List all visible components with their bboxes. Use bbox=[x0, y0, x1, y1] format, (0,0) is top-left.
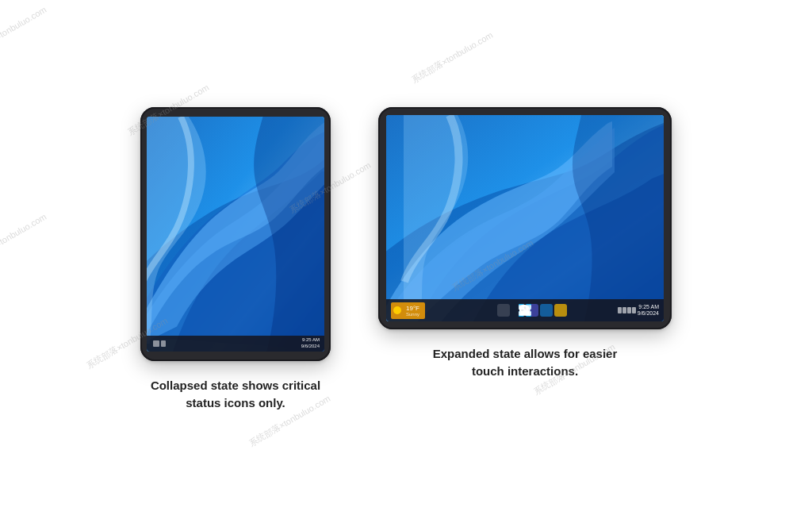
taskbar-center bbox=[483, 304, 567, 317]
main-container: 9:25 AM9/6/2024 Collapsed state shows cr… bbox=[109, 83, 703, 436]
collapsed-time: 9:25 AM9/6/2024 bbox=[301, 337, 320, 350]
taskbar-time: 9:25 AM9/6/2024 bbox=[638, 304, 659, 317]
wallpaper-expanded: 19°F Sunny bbox=[386, 115, 664, 321]
expanded-description: Expanded state allows for easier touch i… bbox=[422, 345, 628, 380]
collapsed-description: Collapsed state shows critical status ic… bbox=[148, 377, 323, 412]
tray-icon-3 bbox=[627, 307, 631, 313]
wallpaper-collapsed: 9:25 AM9/6/2024 bbox=[147, 117, 324, 352]
landscape-tablet-frame: 19°F Sunny bbox=[378, 107, 672, 329]
weather-temp: 19°F bbox=[406, 305, 419, 312]
wifi-icon bbox=[153, 340, 159, 347]
tray-icon-1 bbox=[618, 307, 622, 313]
weather-info: 19°F Sunny bbox=[403, 303, 423, 318]
left-device-section: 9:25 AM9/6/2024 Collapsed state shows cr… bbox=[140, 107, 331, 412]
weather-desc: Sunny bbox=[406, 312, 419, 317]
battery-icon bbox=[161, 340, 166, 347]
portrait-tablet-screen: 9:25 AM9/6/2024 bbox=[147, 117, 324, 352]
tray-icon-2 bbox=[622, 307, 626, 313]
taskbar-left: 19°F Sunny bbox=[391, 302, 425, 319]
weather-widget: 19°F Sunny bbox=[391, 302, 425, 319]
system-tray bbox=[618, 307, 636, 313]
portrait-tablet-frame: 9:25 AM9/6/2024 bbox=[140, 107, 331, 361]
weather-sun-icon bbox=[393, 306, 401, 314]
landscape-tablet-screen: 19°F Sunny bbox=[386, 115, 664, 321]
explorer-icon bbox=[554, 304, 567, 317]
expanded-taskbar: 19°F Sunny bbox=[386, 299, 664, 321]
taskbar-right: 9:25 AM9/6/2024 bbox=[618, 304, 659, 317]
volume-icon bbox=[632, 307, 636, 313]
right-device-section: 19°F Sunny bbox=[378, 107, 672, 380]
collapsed-taskbar: 9:25 AM9/6/2024 bbox=[147, 336, 324, 352]
